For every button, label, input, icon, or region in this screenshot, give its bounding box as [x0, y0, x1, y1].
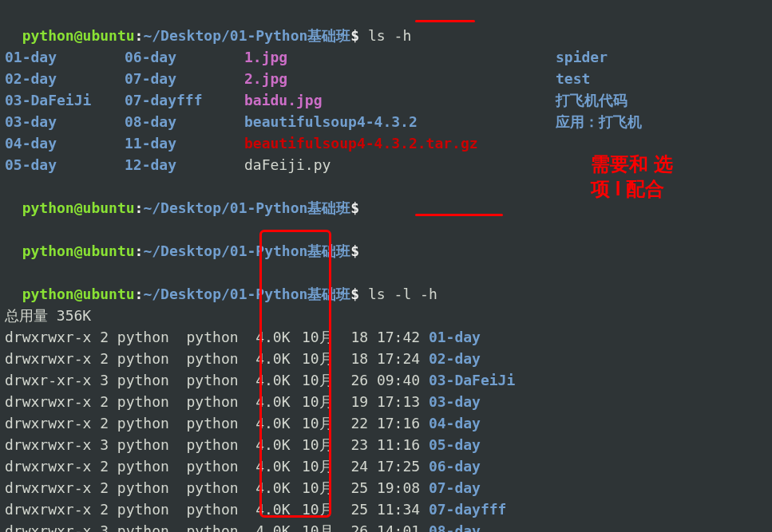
ll-row: drwxrwxr-x2 python python4.0K 10月2417:25… — [5, 455, 767, 477]
ls-item: 08-day — [125, 111, 244, 132]
annotation-text: 需要和 选 项 l 配合 — [591, 152, 673, 201]
ll-filename: 01-day — [420, 326, 481, 348]
ll-row: drwxrwxr-x2 python python4.0K 10月1817:24… — [5, 348, 767, 369]
ls-item: 06-day — [125, 46, 244, 68]
command-ls-h[interactable]: ls -h — [368, 27, 411, 44]
ls-item: 11-day — [125, 132, 244, 154]
prompt-line-empty-2: python@ubuntu:~/Desktop/01-Python基础班$ — [5, 219, 767, 262]
underline-cmd1 — [415, 20, 475, 22]
ls-item: 02-day — [5, 68, 125, 89]
ll-row: drwxrwxr-x2 python python4.0K 10月2511:34… — [5, 499, 767, 520]
ls-item — [556, 132, 767, 154]
ll-filename: 05-day — [420, 434, 481, 455]
ll-row: drwxrwxr-x3 python python4.0K 10月2311:16… — [5, 434, 767, 455]
ls-item: 07-dayfff — [125, 89, 244, 111]
ll-row: drwxrwxr-x2 python python4.0K 10月2519:08… — [5, 477, 767, 499]
ls-item: 12-day — [125, 154, 244, 175]
ll-row: drwxrwxr-x2 python python4.0K 10月1817:42… — [5, 326, 767, 348]
ls-item: 1.jpg — [244, 46, 556, 68]
underline-cmd2 — [415, 214, 503, 216]
ll-filename: 06-day — [420, 455, 481, 477]
ll-filename: 03-DaFeiJi — [420, 369, 515, 391]
ll-filename: 04-day — [420, 412, 481, 434]
ll-filename: 07-day — [420, 477, 481, 499]
command-ls-l-h[interactable]: ls -l -h — [368, 286, 437, 302]
ls-l-h-output: drwxrwxr-x2 python python4.0K 10月1817:42… — [5, 326, 767, 532]
ll-row: drwxrwxr-x2 python python4.0K 10月1917:13… — [5, 391, 767, 412]
ll-row: drwxrwxr-x3 python python4.0K 10月2614:01… — [5, 520, 767, 532]
ll-filename: 02-day — [420, 348, 481, 369]
prompt-line-1: python@ubuntu:~/Desktop/01-Python基础班$ ls… — [5, 3, 767, 46]
ll-filename: 08-day — [420, 520, 481, 532]
prompt-user: python — [22, 27, 74, 44]
size-column-highlight — [259, 230, 331, 518]
ls-item: 03-DaFeiJi — [5, 89, 125, 111]
ls-item: 2.jpg — [244, 68, 556, 89]
ls-item: baidu.jpg — [244, 89, 556, 111]
ll-filename: 03-day — [420, 391, 481, 412]
prompt-line-2: python@ubuntu:~/Desktop/01-Python基础班$ ls… — [5, 262, 767, 305]
ls-item: 应用：打飞机 — [556, 111, 767, 132]
ls-item: 05-day — [5, 154, 125, 175]
ls-item: daFeiji.py — [244, 154, 556, 175]
ll-row: drwxr-xr-x3 python python4.0K 10月2609:40… — [5, 369, 767, 391]
ls-item: 04-day — [5, 132, 125, 154]
ll-row: drwxrwxr-x2 python python4.0K 10月2217:16… — [5, 412, 767, 434]
ls-item: 07-day — [125, 68, 244, 89]
ls-item: beautifulsoup4-4.3.2 — [244, 111, 556, 132]
ls-item: spider — [556, 46, 767, 68]
total-line: 总用量 356K — [5, 305, 767, 326]
ls-item: 01-day — [5, 46, 125, 68]
ls-item: 打飞机代码 — [556, 89, 767, 111]
ls-item: 03-day — [5, 111, 125, 132]
ls-item: test — [556, 68, 767, 89]
ll-filename: 07-dayfff — [420, 499, 506, 520]
ls-item: beautifulsoup4-4.3.2.tar.gz — [244, 132, 556, 154]
